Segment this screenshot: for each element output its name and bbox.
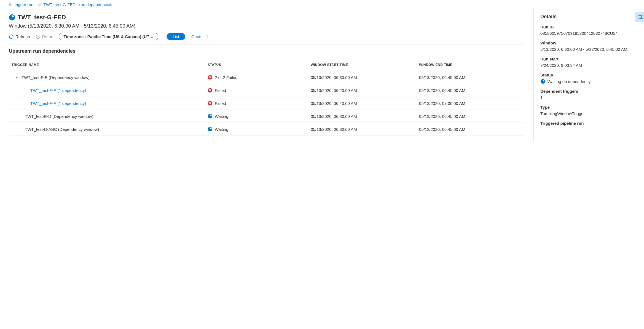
dependencies-table: TRIGGER NAME STATUS WINDOW START TIME WI… (9, 59, 525, 136)
rerun-icon (36, 34, 41, 39)
clock-icon (208, 114, 213, 119)
detail-label-status: Status (540, 73, 637, 77)
clock-icon (208, 127, 213, 132)
window-start: 05/13/2020, 06:30:00 AM (308, 110, 416, 123)
table-row[interactable]: TWT_test-F-E (1 dependency) Failed 05/13… (9, 97, 525, 110)
page-title: TWT_test-G-FED (18, 14, 66, 21)
view-gantt-button[interactable]: Gantt (185, 33, 208, 40)
status-text: Failed (215, 101, 226, 106)
detail-label-runid: Run ID (540, 25, 637, 29)
trigger-name-link[interactable]: TWT_test-F-E (1 dependency) (30, 88, 86, 93)
refresh-label: Refresh (15, 34, 30, 39)
svg-marker-1 (37, 36, 39, 37)
refresh-icon (9, 34, 14, 39)
rerun-label: Rerun (42, 34, 53, 39)
breadcrumb-root-link[interactable]: All trigger runs (9, 2, 36, 7)
detail-value-pipeline: --- (540, 127, 637, 132)
table-row[interactable]: TWT_test-F-E (1 dependency) Failed 05/13… (9, 84, 525, 97)
table-row[interactable]: TWT_test-F-E (Dependency window) 2 of 2 … (9, 71, 525, 84)
sliders-icon (638, 14, 643, 20)
detail-value-runstart: 7/24/2020, 9:03:34 AM (540, 63, 637, 68)
chevron-down-icon[interactable] (15, 75, 19, 79)
window-subtitle: Window (5/13/2020, 6:30:00 AM - 5/13/202… (9, 23, 525, 29)
col-header-trigger[interactable]: TRIGGER NAME (9, 59, 205, 71)
window-start: 05/13/2020, 06:40:00 AM (308, 97, 416, 110)
detail-label-pipeline: Triggered pipeline run (540, 121, 637, 126)
details-panel: Details Run ID 0858605975070918530041283… (534, 9, 644, 142)
fail-icon (208, 75, 213, 80)
view-toggle: List Gantt (167, 33, 208, 40)
section-header: Upstream run dependencies (9, 48, 525, 54)
status-text: Failed (215, 88, 226, 93)
trigger-name: TWT_test-F-E (Dependency window) (22, 75, 90, 80)
col-header-status[interactable]: STATUS (205, 59, 308, 71)
detail-label-window: Window (540, 41, 637, 45)
breadcrumb: All trigger runs > TWT_test-G-FED - run … (0, 0, 644, 9)
svg-point-12 (639, 18, 640, 19)
window-start: 05/13/2020, 06:30:00 AM (308, 71, 416, 84)
window-end: 05/13/2020, 06:45:00 AM (416, 110, 525, 123)
table-row[interactable]: TWT_test-D-ABC (Dependency window) Waiti… (9, 123, 525, 136)
rerun-button: Rerun (36, 34, 53, 39)
window-end: 05/13/2020, 06:45:00 AM (416, 123, 525, 136)
view-list-button[interactable]: List (167, 33, 185, 40)
detail-value-type: TumblingWindowTrigger (540, 111, 637, 116)
clock-icon (9, 14, 15, 21)
details-title: Details (540, 14, 637, 20)
trigger-name: TWT_test-E-D (Dependency window) (25, 114, 93, 119)
timezone-selector[interactable]: Time zone : Pacific Time (US & Canada) (… (59, 33, 158, 40)
filter-button[interactable] (635, 12, 644, 22)
window-start: 05/13/2020, 06:20:00 AM (308, 84, 416, 97)
fail-icon (208, 88, 213, 93)
fail-icon (208, 101, 213, 106)
detail-value-status: Waiting on dependency (548, 79, 591, 84)
breadcrumb-separator: > (38, 2, 41, 7)
svg-point-8 (640, 15, 640, 16)
detail-label-type: Type (540, 105, 637, 110)
trigger-name-link[interactable]: TWT_test-F-E (1 dependency) (30, 101, 86, 106)
refresh-button[interactable]: Refresh (9, 34, 30, 39)
main-content: TWT_test-G-FED Window (5/13/2020, 6:30:0… (0, 9, 534, 142)
trigger-name: TWT_test-D-ABC (Dependency window) (25, 127, 99, 132)
detail-value-deptriggers: 1 (540, 95, 637, 100)
svg-point-10 (641, 17, 642, 17)
window-end: 05/13/2020, 06:45:00 AM (416, 71, 525, 84)
breadcrumb-current[interactable]: TWT_test-G-FED - run dependencies (44, 2, 112, 7)
window-end: 05/13/2020, 06:40:00 AM (416, 84, 525, 97)
toolbar: Refresh Rerun Time zone : Pacific Time (… (9, 33, 525, 44)
window-end: 05/13/2020, 07:00:00 AM (416, 97, 525, 110)
status-text: 2 of 2 Failed (215, 75, 238, 80)
table-row[interactable]: TWT_test-E-D (Dependency window) Waiting… (9, 110, 525, 123)
col-header-start[interactable]: WINDOW START TIME (308, 59, 416, 71)
detail-label-runstart: Run start (540, 57, 637, 61)
col-header-end[interactable]: WINDOW END TIME (416, 59, 525, 71)
status-text: Waiting (215, 127, 228, 132)
detail-label-deptriggers: Dependent triggers (540, 89, 637, 94)
detail-value-runid: 08586059750709185300412832748CU54 (540, 31, 637, 36)
detail-value-window: 5/13/2020, 6:30:00 AM - 5/13/2020, 6:45:… (540, 47, 637, 52)
status-text: Waiting (215, 114, 228, 119)
window-start: 05/13/2020, 06:30:00 AM (308, 123, 416, 136)
clock-icon (540, 79, 545, 84)
